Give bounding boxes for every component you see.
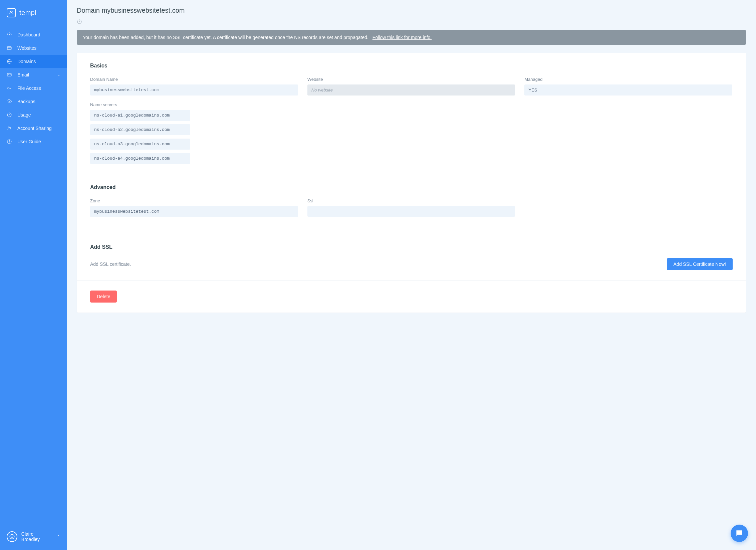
avatar <box>7 531 17 542</box>
svg-rect-3 <box>7 73 11 76</box>
chevron-up-icon: ⌃ <box>57 535 60 539</box>
share-icon <box>7 126 12 131</box>
sidebar-item-label: Websites <box>17 45 36 51</box>
nameserver-field[interactable]: ns-cloud-a4.googledomains.com <box>90 153 190 164</box>
sidebar-item-backups[interactable]: Backups <box>0 95 67 108</box>
sidebar-item-label: Account Sharing <box>17 126 52 131</box>
sidebar-item-label: Dashboard <box>17 32 40 37</box>
sidebar-item-label: File Access <box>17 85 41 91</box>
logo-text: templ <box>19 9 36 17</box>
nameservers-label: Name servers <box>90 102 190 107</box>
sidebar-item-email[interactable]: Email ⌄ <box>0 68 67 81</box>
nav: Dashboard Websites Domains Email ⌄ File … <box>0 28 67 148</box>
ssl-field[interactable] <box>307 206 515 217</box>
domain-name-field[interactable]: mybusinesswebsitetest.com <box>90 84 298 96</box>
advanced-section: Advanced Zone mybusinesswebsitetest.com … <box>77 174 746 234</box>
domain-name-label: Domain Name <box>90 77 298 82</box>
logo[interactable]: templ <box>0 0 67 25</box>
sidebar-item-usage[interactable]: Usage <box>0 108 67 122</box>
website-field[interactable]: No website <box>307 84 515 96</box>
domains-icon <box>7 59 12 64</box>
website-label: Website <box>307 77 515 82</box>
add-ssl-text: Add SSL certificate. <box>90 261 131 267</box>
nameserver-field[interactable]: ns-cloud-a1.googledomains.com <box>90 110 190 121</box>
ssl-group: Ssl <box>307 198 515 217</box>
logo-icon <box>7 8 16 17</box>
sidebar-item-label: Usage <box>17 112 31 118</box>
backups-icon <box>7 99 12 104</box>
sidebar-item-label: Backups <box>17 99 35 104</box>
page-title: Domain mybusinesswebsitetest.com <box>77 7 746 14</box>
sidebar-item-user-guide[interactable]: User Guide <box>0 135 67 148</box>
nameserver-field[interactable]: ns-cloud-a2.googledomains.com <box>90 124 190 135</box>
sidebar: templ Dashboard Websites Domains Email ⌄ <box>0 0 67 550</box>
ssl-label: Ssl <box>307 198 515 203</box>
delete-section: Delete <box>77 281 746 313</box>
domain-name-group: Domain Name mybusinesswebsitetest.com <box>90 77 298 96</box>
zone-group: Zone mybusinesswebsitetest.com <box>90 198 298 217</box>
zone-field[interactable]: mybusinesswebsitetest.com <box>90 206 298 217</box>
sidebar-item-domains[interactable]: Domains <box>0 55 67 68</box>
svg-point-6 <box>8 127 10 128</box>
domain-card: Basics Domain Name mybusinesswebsitetest… <box>77 53 746 313</box>
help-icon <box>7 139 12 144</box>
svg-point-8 <box>9 143 10 143</box>
sidebar-item-account-sharing[interactable]: Account Sharing <box>0 122 67 135</box>
svg-point-4 <box>8 87 9 89</box>
basics-title: Basics <box>90 63 733 69</box>
sidebar-item-dashboard[interactable]: Dashboard <box>0 28 67 41</box>
sidebar-item-websites[interactable]: Websites <box>0 41 67 55</box>
managed-field[interactable]: YES <box>524 84 732 96</box>
delete-button[interactable]: Delete <box>90 291 117 303</box>
nameserver-field[interactable]: ns-cloud-a3.googledomains.com <box>90 139 190 150</box>
alert-text: Your domain has been added, but it has n… <box>83 35 368 40</box>
sidebar-item-file-access[interactable]: File Access <box>0 81 67 95</box>
svg-rect-1 <box>7 46 11 49</box>
zone-label: Zone <box>90 198 298 203</box>
chat-bubble[interactable] <box>731 525 748 542</box>
managed-label: Managed <box>524 77 732 82</box>
add-ssl-button[interactable]: Add SSL Certificate Now! <box>667 258 733 270</box>
add-ssl-title: Add SSL <box>90 244 733 250</box>
nameservers-list: ns-cloud-a1.googledomains.com ns-cloud-a… <box>90 110 190 164</box>
basics-section: Basics Domain Name mybusinesswebsitetest… <box>77 53 746 174</box>
sidebar-item-label: Email <box>17 72 29 77</box>
website-group: Website No website <box>307 77 515 96</box>
managed-group: Managed YES <box>524 77 732 96</box>
key-icon <box>7 85 12 91</box>
main-content: Domain mybusinesswebsitetest.com Your do… <box>67 0 756 550</box>
dashboard-icon <box>7 32 12 37</box>
usage-icon <box>7 112 12 118</box>
sidebar-item-label: Domains <box>17 59 36 64</box>
chevron-down-icon: ⌄ <box>57 73 60 77</box>
alert-link[interactable]: Follow this link for more info. <box>372 35 432 40</box>
user-bar[interactable]: Claire Broadley ⌃ <box>0 526 67 550</box>
sidebar-item-label: User Guide <box>17 139 41 144</box>
user-name: Claire Broadley <box>21 531 53 542</box>
add-ssl-section: Add SSL Add SSL certificate. Add SSL Cer… <box>77 234 746 281</box>
websites-icon <box>7 45 12 51</box>
email-icon <box>7 72 12 77</box>
history-icon[interactable] <box>77 19 746 25</box>
advanced-title: Advanced <box>90 184 733 190</box>
ssl-alert: Your domain has been added, but it has n… <box>77 30 746 45</box>
